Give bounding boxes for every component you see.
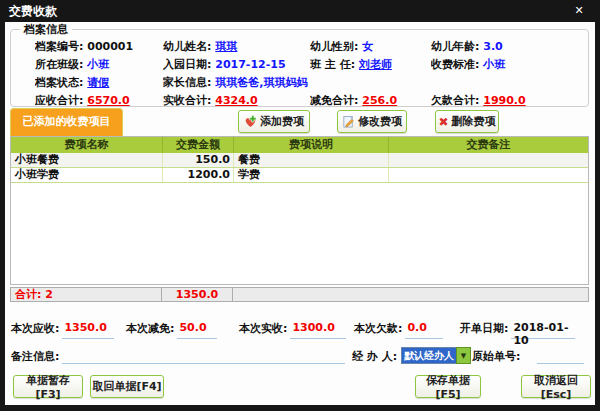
- col-header-amount: 交费金额: [163, 137, 234, 153]
- total-due-value: 6570.0: [87, 94, 129, 107]
- edit-fee-item-label: 修改费项: [358, 114, 402, 129]
- fee-standard-value: 小班: [483, 58, 505, 71]
- archive-info-group: 档案信息 档案编号: 000001 幼儿姓名: 琪琪 幼儿性别: 女 幼儿年龄:…: [10, 29, 589, 107]
- chevron-down-icon[interactable]: ▼: [456, 347, 471, 364]
- cell-desc: 餐费: [234, 153, 389, 167]
- archive-field-grid: 档案编号: 000001 幼儿姓名: 琪琪 幼儿性别: 女 幼儿年龄: 3.0 …: [11, 30, 588, 111]
- total-discount-value: 256.0: [362, 94, 397, 107]
- cell-amount: 1200.0: [163, 168, 234, 182]
- cell-desc: 学费: [234, 168, 389, 182]
- field-enroll-date: 入园日期: 2017-12-15: [163, 57, 310, 75]
- field-current-paid: 本次实收: 1300.0: [239, 321, 346, 339]
- field-archive-status: 档案状态: 请假: [35, 75, 163, 93]
- current-due-input[interactable]: 1350.0: [62, 321, 114, 339]
- operator-dropdown[interactable]: 默认经办人 ▼: [401, 347, 471, 364]
- total-count: 合计: 2: [11, 288, 162, 301]
- tab-added-fee-items[interactable]: 已添加的收费项目: [10, 108, 123, 136]
- field-child-name: 幼儿姓名: 琪琪: [163, 39, 310, 57]
- add-icon: [244, 115, 257, 128]
- col-header-fee-name: 费项名称: [11, 137, 163, 153]
- field-fee-standard: 收费标准: 小班: [431, 57, 588, 75]
- edit-fee-item-button[interactable]: 修改费项: [337, 110, 407, 133]
- field-child-age: 幼儿年龄: 3.0: [431, 39, 588, 57]
- window-titlebar: 交费收款: [0, 0, 600, 22]
- window-title: 交费收款: [9, 4, 57, 18]
- head-teacher-link[interactable]: 刘老师: [359, 58, 392, 71]
- note-label: 备注信息:: [11, 349, 59, 364]
- note-operator-row: 备注信息: 经 办 人: 默认经办人 ▼ 原始单号:: [5, 349, 595, 367]
- total-owed-value: 1990.0: [483, 94, 525, 107]
- cell-fee-name: 小班学费: [11, 168, 163, 182]
- field-head-teacher: 班 主 任: 刘老师: [310, 57, 431, 75]
- cell-amount: 150.0: [163, 153, 234, 167]
- current-paid-input[interactable]: 1300.0: [290, 321, 346, 339]
- dialog-content: 档案信息 档案编号: 000001 幼儿姓名: 琪琪 幼儿性别: 女 幼儿年龄:…: [5, 22, 595, 405]
- parent-info-value: 琪琪爸爸,琪琪妈妈: [215, 76, 307, 89]
- field-total-discount: 减免合计: 256.0: [310, 93, 431, 111]
- class-value: 小班: [87, 58, 109, 71]
- field-bill-date: 开单日期: 2018-01-10: [460, 321, 575, 339]
- add-fee-item-label: 添加费项: [260, 114, 304, 129]
- delete-fee-item-button[interactable]: ✖ 删除费项: [435, 110, 499, 133]
- original-no-label: 原始单号:: [472, 349, 520, 364]
- cell-note: [389, 153, 588, 167]
- total-amount: 1350.0: [162, 288, 233, 301]
- save-bill-button[interactable]: 保存单据[F5]: [415, 375, 481, 398]
- cell-note: [389, 168, 588, 182]
- field-class: 所在班级: 小班: [35, 57, 163, 75]
- cell-fee-name: 小班餐费: [11, 153, 163, 167]
- field-total-owed: 欠款合计: 1990.0: [431, 93, 588, 111]
- add-fee-item-button[interactable]: 添加费项: [238, 110, 310, 133]
- note-input[interactable]: [62, 349, 345, 364]
- field-current-discount: 本次减免: 50.0: [126, 321, 217, 339]
- delete-fee-item-label: 删除费项: [452, 114, 496, 129]
- archive-status-link[interactable]: 请假: [87, 76, 109, 89]
- archive-group-title: 档案信息: [20, 22, 72, 37]
- temp-save-button[interactable]: 单据暂存[F3]: [13, 375, 83, 398]
- fee-items-table: 费项名称 交费金额 费项说明 交费备注 小班餐费 150.0 餐费 小班学费 1…: [10, 136, 589, 285]
- bill-date-input[interactable]: 2018-01-10: [511, 321, 575, 339]
- delete-icon: ✖: [438, 116, 448, 128]
- cancel-return-button[interactable]: 取消返回[Esc]: [521, 375, 591, 398]
- field-parent-info: 家长信息: 琪琪爸爸,琪琪妈妈: [163, 75, 588, 93]
- total-filler: [233, 288, 588, 301]
- field-child-gender: 幼儿性别: 女: [310, 39, 431, 57]
- field-current-owed: 本次欠款: 0.0: [354, 321, 443, 339]
- edit-icon: [342, 115, 355, 128]
- field-total-paid: 实收合计: 4324.0: [163, 93, 310, 111]
- field-archive-no: 档案编号: 000001: [35, 39, 163, 57]
- child-age-value: 3.0: [483, 40, 503, 53]
- table-total-row: 合计: 2 1350.0: [10, 287, 589, 302]
- operator-selected-value: 默认经办人: [401, 347, 456, 364]
- enroll-date-value: 2017-12-15: [215, 58, 285, 71]
- col-header-note: 交费备注: [389, 137, 588, 153]
- table-row[interactable]: 小班餐费 150.0 餐费: [11, 153, 588, 168]
- col-header-desc: 费项说明: [234, 137, 389, 153]
- current-discount-input[interactable]: 50.0: [177, 321, 217, 339]
- archive-no-value: 000001: [87, 40, 133, 53]
- table-header-row: 费项名称 交费金额 费项说明 交费备注: [11, 137, 588, 153]
- operator-label: 经 办 人:: [352, 349, 397, 364]
- current-owed-input[interactable]: 0.0: [405, 321, 443, 339]
- original-no-input[interactable]: [537, 349, 584, 364]
- field-current-due: 本次应收: 1350.0: [11, 321, 114, 339]
- child-gender-value: 女: [362, 40, 373, 53]
- close-icon[interactable]: ✕: [570, 2, 588, 20]
- total-paid-value: 4324.0: [215, 94, 257, 107]
- child-name-link[interactable]: 琪琪: [215, 40, 237, 53]
- retrieve-bill-button[interactable]: 取回单据[F4]: [90, 375, 164, 398]
- fee-collection-dialog: 交费收款 ✕ 档案信息 档案编号: 000001 幼儿姓名: 琪琪 幼儿性别: …: [0, 0, 600, 411]
- table-row[interactable]: 小班学费 1200.0 学费: [11, 168, 588, 183]
